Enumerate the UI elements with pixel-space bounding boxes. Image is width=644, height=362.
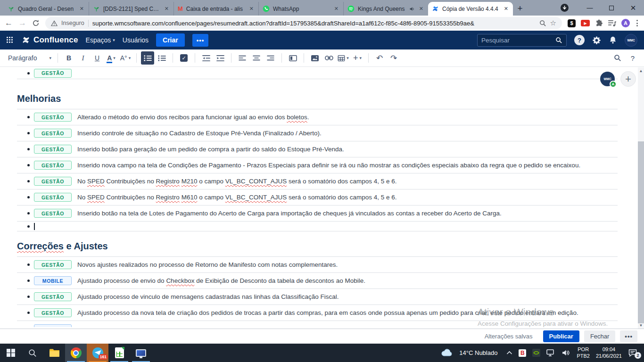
nav-users[interactable]: Usuários <box>123 36 149 44</box>
paragraph-style-dropdown[interactable]: Parágrafo▾ <box>6 51 53 65</box>
file-explorer-button[interactable] <box>43 344 65 362</box>
insert-link-button[interactable] <box>322 51 336 65</box>
create-more-button[interactable]: ••• <box>192 34 209 47</box>
tab-whatsapp[interactable]: WhatsApp ✕ <box>258 2 343 16</box>
taskbar-remote-app-button[interactable] <box>130 344 152 362</box>
page-scrollbar[interactable]: ▲ ▼ <box>638 67 644 329</box>
minimize-button[interactable]: — <box>579 0 601 16</box>
more-formatting-button[interactable]: A°▾ <box>119 51 132 65</box>
status-badge-gestao[interactable]: GESTÃO <box>34 177 72 186</box>
tab-copia-de-versao[interactable]: Cópia de Versão 4.4.4 ✕ <box>428 2 513 16</box>
reload-icon[interactable] <box>32 19 40 27</box>
status-badge-gestao[interactable]: GESTÃO <box>34 129 72 138</box>
close-window-button[interactable]: ✕ <box>622 0 644 16</box>
align-center-button[interactable] <box>250 51 263 65</box>
align-left-button[interactable] <box>236 51 249 65</box>
taskbar-calc-button[interactable] <box>108 344 130 362</box>
text-color-button[interactable]: A▾ <box>105 51 118 65</box>
scroll-up-arrow[interactable]: ▲ <box>638 67 644 74</box>
volume-tray-icon[interactable] <box>561 349 570 356</box>
taskbar-search-button[interactable] <box>22 344 43 362</box>
browser-update-icon[interactable] <box>561 4 569 12</box>
status-badge-gestao[interactable]: GESTÃO <box>34 260 72 269</box>
url-text[interactable]: suporte.wmcsoftware.com/confluence/pages… <box>92 20 536 27</box>
puzzle-extensions-icon[interactable] <box>595 19 603 27</box>
contributor-avatar[interactable]: WMCA <box>600 72 615 86</box>
find-in-editor-icon[interactable] <box>614 54 621 62</box>
align-right-button[interactable] <box>264 51 277 65</box>
browser-menu-icon[interactable] <box>635 20 639 26</box>
italic-button[interactable]: I <box>76 51 90 65</box>
tab-close-icon[interactable]: ✕ <box>503 5 509 13</box>
tab-close-icon[interactable]: ✕ <box>164 5 170 13</box>
status-badge-gestao[interactable]: GESTÃO <box>34 292 72 301</box>
back-icon[interactable]: ← <box>5 18 13 28</box>
adblock-extension-icon[interactable]: $ <box>568 19 576 27</box>
status-badge-gestao[interactable]: GESTÃO <box>34 209 72 218</box>
url-bar[interactable]: Inseguro suporte.wmcsoftware.com/conflue… <box>45 17 562 29</box>
network-tray-icon[interactable] <box>546 349 555 356</box>
bitdefender-tray-icon[interactable]: B <box>519 349 526 357</box>
tray-expand-chevron-icon[interactable] <box>506 351 512 355</box>
music-queue-extension-icon[interactable] <box>608 20 616 27</box>
tab-dds-2121[interactable]: [DDS-2121] Sped Cont ✕ <box>89 2 173 16</box>
search-input[interactable] <box>481 37 555 44</box>
tab-close-icon[interactable]: ✕ <box>333 5 339 13</box>
taskbar-chrome-button[interactable] <box>65 344 87 362</box>
create-button[interactable]: Criar <box>156 33 185 47</box>
bold-button[interactable]: B <box>62 51 75 65</box>
help-icon[interactable]: ? <box>574 35 585 45</box>
insert-more-button[interactable]: +▾ <box>351 51 364 65</box>
tab-audio-icon[interactable] <box>409 6 415 12</box>
insert-image-button[interactable] <box>308 51 322 65</box>
status-badge-gestao[interactable]: GESTÃO <box>34 113 72 122</box>
status-badge-gestao[interactable]: GESTÃO <box>34 69 72 78</box>
start-button[interactable] <box>0 344 22 362</box>
profile-avatar[interactable]: A <box>621 19 630 27</box>
tab-spotify[interactable]: Kings And Queens ✕ <box>343 2 428 16</box>
nvidia-tray-icon[interactable] <box>532 349 540 357</box>
status-badge-gestao[interactable]: GESTÃO <box>34 308 72 317</box>
action-center-button[interactable]: 2 <box>628 349 640 357</box>
tab-close-icon[interactable]: ✕ <box>418 5 424 13</box>
tab-quadro-geral[interactable]: Quadro Geral - Desen ✕ <box>4 2 89 16</box>
language-indicator[interactable]: PORPTB2 <box>577 346 590 359</box>
weather-text[interactable]: 14°C Nublado <box>459 349 497 356</box>
maximize-button[interactable] <box>601 0 622 16</box>
status-badge-gestao[interactable]: GESTÃO <box>34 145 72 154</box>
weather-cloud-icon[interactable] <box>440 348 453 357</box>
youtube-extension-icon[interactable]: ▶ <box>581 20 590 26</box>
security-label[interactable]: Inseguro <box>61 20 84 26</box>
indent-button[interactable] <box>214 51 227 65</box>
outdent-button[interactable] <box>199 51 213 65</box>
insert-table-button[interactable]: ▾ <box>337 51 350 65</box>
taskbar-telegram-button[interactable]: 161 <box>87 344 108 362</box>
nav-spaces[interactable]: Espaços▾ <box>86 36 115 44</box>
confluence-logo[interactable]: Confluence <box>22 35 78 45</box>
app-switcher-icon[interactable] <box>7 37 13 43</box>
bullet-list-button[interactable] <box>141 51 154 65</box>
insert-plus-button[interactable]: + <box>620 71 636 87</box>
list-item-empty[interactable] <box>17 221 618 231</box>
editor-content[interactable]: GESTÃO Melhorias GESTÃO Alterado o métod… <box>0 67 644 329</box>
layout-columns-button[interactable] <box>286 51 299 65</box>
status-badge-gestao[interactable]: GESTÃO <box>34 161 72 170</box>
redo-button[interactable]: ↷ <box>387 51 400 65</box>
gear-icon[interactable] <box>592 36 601 45</box>
notifications-bell-icon[interactable] <box>609 36 617 44</box>
undo-button[interactable]: ↶ <box>373 51 386 65</box>
tab-gmail[interactable]: M Caixa de entrada - alis ✕ <box>173 2 258 16</box>
insecure-warning-icon[interactable] <box>51 20 58 26</box>
clock[interactable]: 09:0421/06/2021 <box>596 346 622 359</box>
tab-close-icon[interactable]: ✕ <box>248 5 255 13</box>
search-icon[interactable] <box>555 37 562 44</box>
scroll-down-arrow[interactable]: ▼ <box>638 322 644 329</box>
zoom-icon[interactable] <box>539 20 546 27</box>
underline-button[interactable]: U <box>91 51 104 65</box>
bookmark-star-icon[interactable]: ☆ <box>550 19 556 27</box>
publish-button[interactable]: Publicar <box>543 330 579 342</box>
new-tab-button[interactable]: + <box>513 1 527 16</box>
task-list-button[interactable]: ✓ <box>177 51 190 65</box>
editor-help-icon[interactable]: ? <box>631 54 635 62</box>
user-avatar[interactable]: WMC <box>625 34 637 47</box>
